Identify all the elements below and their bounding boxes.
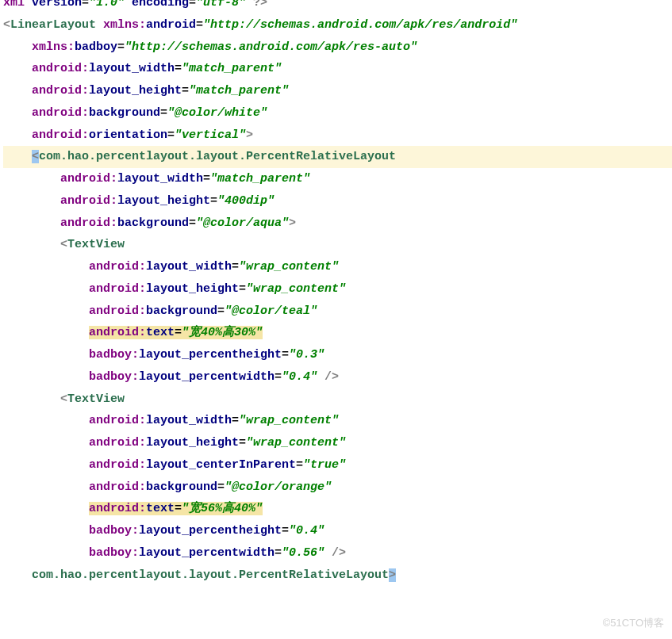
code-line-highlight: <com.hao.percentlayout.layout.PercentRel… (3, 146, 672, 168)
code-line: android:layout_centerInParent="true" (3, 454, 672, 476)
code-line: xml version="1.0" encoding="utf-8" ?><Li… (3, 0, 672, 586)
code-line: badboy:layout_percentwidth="0.56" /> (3, 542, 672, 564)
code-line: android:layout_width="wrap_content" (3, 256, 672, 278)
code-line: android:layout_width="match_parent" (3, 168, 672, 190)
code-line: android:layout_height="match_parent" (3, 80, 672, 102)
code-line: android:orientation="vertical"> (3, 124, 672, 147)
code-editor: xml version="1.0" encoding="utf-8" ?><Li… (0, 0, 672, 586)
code-line: badboy:layout_percentheight="0.3" (3, 344, 672, 366)
code-line: android:text="宽56%高40%" (3, 498, 672, 520)
code-line: android:layout_height="400dip" (3, 190, 672, 212)
code-line: android:layout_width="match_parent" (3, 58, 672, 80)
code-line: android:layout_height="wrap_content" (3, 278, 672, 300)
code-line: android:layout_width="wrap_content" (3, 410, 672, 432)
code-line: com.hao.percentlayout.layout.PercentRela… (3, 564, 672, 587)
code-line: xmlns:badboy="http://schemas.android.com… (3, 36, 672, 59)
code-line: android:text="宽40%高30%" (3, 322, 672, 344)
code-line: android:layout_height="wrap_content" (3, 432, 672, 454)
code-line: android:background="@color/orange" (3, 476, 672, 499)
code-line: <TextView (3, 388, 672, 411)
code-line: android:background="@color/aqua"> (3, 212, 672, 235)
code-line: android:background="@color/white" (3, 102, 672, 124)
code-line: <TextView (3, 234, 672, 256)
code-line: <LinearLayout xmlns:android="http://sche… (3, 14, 672, 36)
code-line: badboy:layout_percentwidth="0.4" /> (3, 366, 672, 388)
code-line: badboy:layout_percentheight="0.4" (3, 520, 672, 542)
code-line: android:background="@color/teal" (3, 300, 672, 323)
